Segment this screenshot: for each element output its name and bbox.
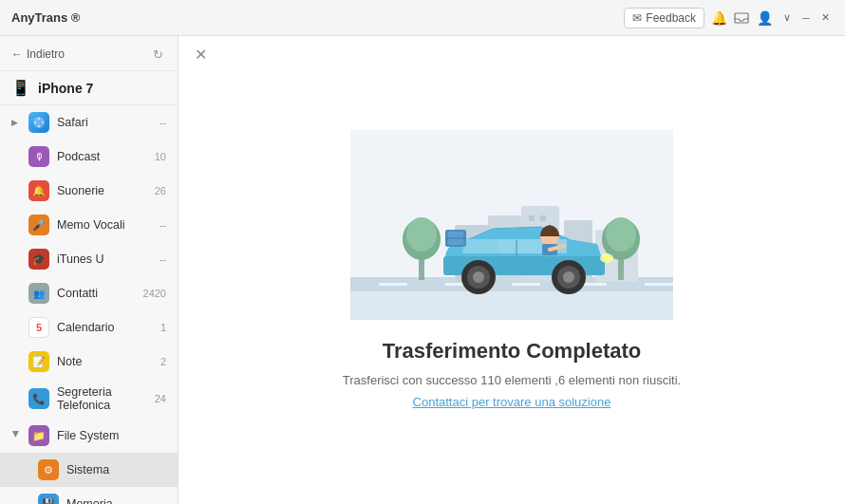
filesystem-icon: 📁 xyxy=(28,425,49,446)
memo-count: -- xyxy=(160,219,166,231)
sidebar-item-memo[interactable]: 🎤 Memo Vocali -- xyxy=(0,208,178,242)
tray-icon[interactable] xyxy=(733,9,750,27)
memoria-label: Memoria xyxy=(66,497,159,504)
svg-rect-9 xyxy=(645,283,673,286)
transfer-illustration xyxy=(350,130,673,320)
safari-count: -- xyxy=(160,117,166,128)
note-icon: 📝 xyxy=(28,351,49,372)
sidebar-item-safari[interactable]: ▶ Safari -- xyxy=(0,105,178,140)
transfer-subtitle: Trasferisci con successo 110 elementi ,6… xyxy=(343,373,681,387)
contatti-count: 2420 xyxy=(143,288,166,299)
titlebar: AnyTrans ® ✉ Feedback 🔔 👤 ∨ ─ ✕ xyxy=(0,0,845,36)
iphone-icon: 📱 xyxy=(11,79,30,97)
sidebar-item-calendario[interactable]: 5 Calendario 1 xyxy=(0,310,178,345)
contatti-label: Contatti xyxy=(57,287,136,300)
svg-rect-15 xyxy=(529,215,535,221)
device-item: 📱 iPhone 7 xyxy=(0,71,178,105)
sistema-icon: ⚙ xyxy=(38,459,59,480)
sidebar-item-sistema[interactable]: ⚙ Sistema xyxy=(0,453,178,487)
podcast-icon: 🎙 xyxy=(28,146,49,167)
itunes-label: iTunes U xyxy=(57,252,152,266)
filesystem-label: File System xyxy=(57,429,159,442)
bell-icon[interactable]: 🔔 xyxy=(710,9,727,27)
suonerie-count: 26 xyxy=(155,185,166,196)
svg-point-34 xyxy=(563,271,574,283)
segreteria-label: Segreteria Telefonica xyxy=(57,385,147,412)
calendario-icon: 5 xyxy=(28,317,49,338)
titlebar-left: AnyTrans ® xyxy=(11,10,80,25)
sidebar-header: ← Indietro ↻ xyxy=(0,36,178,71)
refresh-icon[interactable]: ↻ xyxy=(149,46,166,63)
main-layout: ← Indietro ↻ 📱 iPhone 7 ▶ Safari -- xyxy=(0,36,845,504)
device-name: iPhone 7 xyxy=(38,81,93,96)
minimize-button[interactable]: ─ xyxy=(798,9,815,27)
transfer-complete-section: Trasferimento Completato Trasferisci con… xyxy=(178,72,845,504)
feedback-button[interactable]: ✉ Feedback xyxy=(624,8,704,28)
segreteria-icon: 📞 xyxy=(28,388,49,409)
memoria-icon: 💾 xyxy=(38,494,59,504)
sidebar-item-itunes[interactable]: 🎓 iTunes U -- xyxy=(0,242,178,276)
memo-icon: 🎤 xyxy=(28,215,49,235)
sidebar-list: ▶ Safari -- 🎙 Podcast 10 🔔 xyxy=(0,105,178,504)
sidebar: ← Indietro ↻ 📱 iPhone 7 ▶ Safari -- xyxy=(0,36,178,504)
svg-rect-5 xyxy=(379,283,407,286)
back-button[interactable]: ← Indietro xyxy=(11,47,65,61)
back-label: Indietro xyxy=(27,47,65,61)
chevron-down-btn[interactable]: ∨ xyxy=(779,9,796,27)
svg-point-23 xyxy=(406,217,437,252)
expand-icon-safari: ▶ xyxy=(11,118,21,127)
user-icon[interactable]: 👤 xyxy=(756,9,773,27)
sidebar-item-note[interactable]: 📝 Note 2 xyxy=(0,345,178,379)
note-label: Note xyxy=(57,355,153,368)
contatti-icon: 👥 xyxy=(28,283,49,304)
transfer-contact-link[interactable]: Contattaci per trovare una soluzione xyxy=(413,395,611,409)
sistema-label: Sistema xyxy=(66,463,159,476)
segreteria-count: 24 xyxy=(155,393,166,404)
titlebar-right: ✉ Feedback 🔔 👤 ∨ ─ ✕ xyxy=(624,8,834,28)
svg-point-31 xyxy=(473,271,484,283)
podcast-count: 10 xyxy=(155,151,166,162)
mail-icon: ✉ xyxy=(632,11,642,25)
svg-point-42 xyxy=(602,254,611,261)
close-button[interactable]: ✕ xyxy=(817,9,834,27)
sidebar-item-filesystem[interactable]: ▶ 📁 File System xyxy=(0,419,178,453)
podcast-label: Podcast xyxy=(57,150,147,163)
sidebar-item-contatti[interactable]: 👥 Contatti 2420 xyxy=(0,276,178,310)
calendario-label: Calendario xyxy=(57,321,153,334)
sidebar-item-segreteria[interactable]: 📞 Segreteria Telefonica 24 xyxy=(0,379,178,419)
itunes-icon: 🎓 xyxy=(28,249,49,270)
safari-icon xyxy=(28,112,49,133)
content-header: ✕ xyxy=(178,36,845,72)
sidebar-item-suonerie[interactable]: 🔔 Suonerie 26 xyxy=(0,174,178,208)
itunes-count: -- xyxy=(160,253,166,265)
app-title: AnyTrans ® xyxy=(11,10,80,25)
suonerie-icon: 🔔 xyxy=(28,180,49,201)
calendario-count: 1 xyxy=(160,322,166,333)
close-panel-button[interactable]: ✕ xyxy=(190,44,211,65)
safari-label: Safari xyxy=(57,116,152,129)
sidebar-item-memoria[interactable]: 💾 Memoria xyxy=(0,487,178,504)
transfer-title: Trasferimento Completato xyxy=(383,339,642,364)
window-controls: ∨ ─ ✕ xyxy=(779,9,834,27)
suonerie-label: Suonerie xyxy=(57,184,147,197)
svg-rect-16 xyxy=(540,215,546,221)
svg-rect-7 xyxy=(512,283,540,286)
feedback-label: Feedback xyxy=(646,11,696,25)
note-count: 2 xyxy=(160,356,166,367)
expand-icon-filesystem: ▶ xyxy=(11,431,21,440)
back-arrow-icon: ← xyxy=(11,47,23,61)
svg-point-26 xyxy=(606,217,636,252)
content-area: ✕ xyxy=(178,36,845,504)
memo-label: Memo Vocali xyxy=(57,218,152,232)
sidebar-item-podcast[interactable]: 🎙 Podcast 10 xyxy=(0,140,178,174)
